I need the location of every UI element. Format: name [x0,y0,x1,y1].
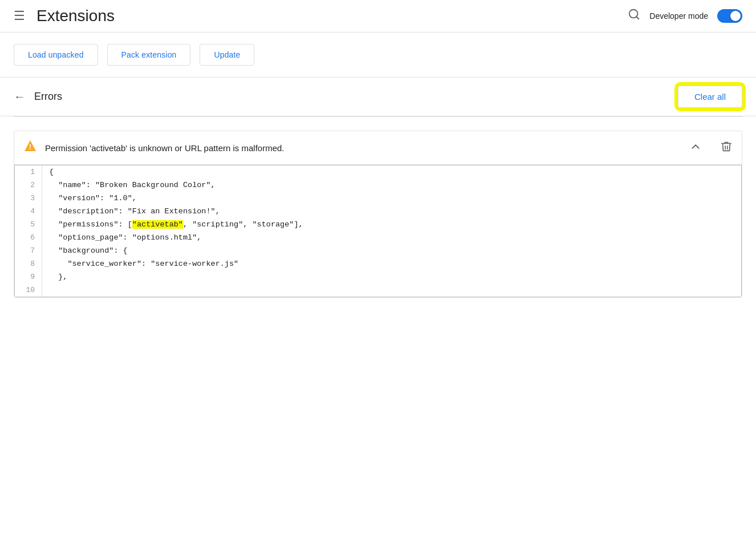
delete-icon[interactable] [720,140,733,156]
divider [14,116,742,117]
back-button[interactable]: ← [14,90,25,103]
error-header: ! Permission 'activetab' is unknown or U… [14,131,742,165]
svg-text:!: ! [29,143,31,151]
search-icon[interactable] [628,8,640,24]
header-controls: Developer mode [628,8,742,24]
developer-mode-toggle[interactable] [717,9,742,23]
page-title: Extensions [36,7,628,25]
code-line-9: 9 }, [15,270,741,283]
code-block: 1 { 2 "name": "Broken Background Color",… [14,165,742,297]
code-line-8: 8 "service_worker": "service-worker.js" [15,257,741,270]
code-line-5: 5 "permissions": ["activetab", "scriptin… [15,218,741,231]
load-unpacked-button[interactable]: Load unpacked [14,44,98,66]
warning-icon: ! [23,139,37,156]
pack-extension-button[interactable]: Pack extension [107,44,191,66]
header: ☰ Extensions Developer mode [0,0,756,33]
menu-icon[interactable]: ☰ [14,9,25,23]
code-line-4: 4 "description": "Fix an Extension!", [15,205,741,218]
highlighted-activetab: "activetab" [132,220,183,229]
toolbar: Load unpacked Pack extension Update [0,33,756,78]
error-section: ! Permission 'activetab' is unknown or U… [14,131,742,298]
code-line-10: 10 [15,283,741,297]
update-button[interactable]: Update [200,44,254,66]
errors-title: Errors [34,91,678,103]
clear-all-button[interactable]: Clear all [678,86,742,108]
toggle-thumb [730,11,741,21]
expand-icon[interactable] [689,140,702,156]
dev-mode-label: Developer mode [649,11,708,21]
code-line-6: 6 "options_page": "options.html", [15,231,741,244]
error-message: Permission 'activetab' is unknown or URL… [45,143,689,153]
code-line-1: 1 { [15,165,741,179]
code-line-2: 2 "name": "Broken Background Color", [15,179,741,192]
code-line-3: 3 "version": "1.0", [15,192,741,205]
errors-bar: ← Errors Clear all [0,78,756,116]
code-line-7: 7 "background": { [15,244,741,257]
svg-line-1 [637,17,639,19]
